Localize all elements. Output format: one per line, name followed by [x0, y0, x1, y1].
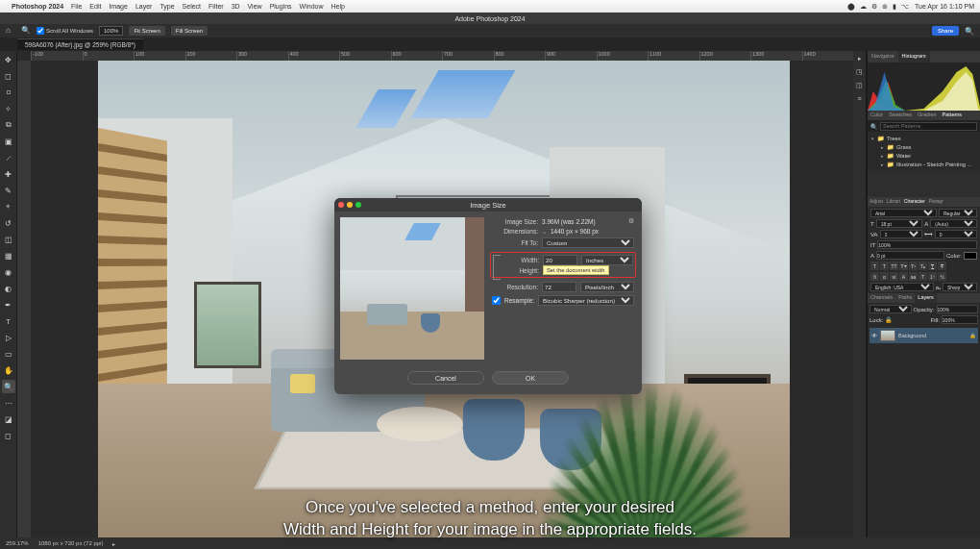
- tab-layers[interactable]: Layers: [915, 293, 937, 303]
- ok-button[interactable]: OK: [492, 371, 569, 385]
- app-name[interactable]: Photoshop 2024: [12, 3, 63, 10]
- tab-swatches[interactable]: Swatches: [886, 111, 915, 120]
- fill-input[interactable]: [942, 315, 978, 324]
- kerning-select[interactable]: 0: [880, 230, 922, 238]
- fit-screen-button[interactable]: Fit Screen: [129, 26, 164, 36]
- zoom-tool-icon[interactable]: 🔍: [2, 380, 15, 393]
- tab-navigator[interactable]: Navigator: [868, 51, 898, 62]
- resample-checkbox[interactable]: [492, 296, 501, 305]
- visibility-icon[interactable]: 👁: [871, 333, 877, 338]
- blend-mode-select[interactable]: Normal: [870, 305, 912, 313]
- tab-paragraph[interactable]: Paragr: [927, 197, 945, 207]
- quickmask-icon[interactable]: ◻: [2, 429, 15, 442]
- allcaps-button[interactable]: TT: [890, 262, 898, 270]
- panel-icon[interactable]: ◫: [856, 82, 863, 89]
- vscale-input[interactable]: [877, 240, 977, 249]
- type-tool-icon[interactable]: T: [2, 314, 15, 328]
- chevron-right-icon[interactable]: ▸: [112, 540, 115, 547]
- fg-bg-swatch-icon[interactable]: ◪: [2, 412, 15, 426]
- baseline-input[interactable]: [876, 251, 944, 260]
- smallcaps-button[interactable]: Tᴛ: [899, 262, 908, 270]
- italic-button[interactable]: T: [880, 262, 889, 270]
- share-button[interactable]: Share: [932, 26, 959, 36]
- menu-image[interactable]: Image: [109, 3, 127, 10]
- menu-3d[interactable]: 3D: [232, 3, 240, 10]
- stamp-tool-icon[interactable]: ⌖: [2, 200, 15, 213]
- crop-tool-icon[interactable]: ⧉: [2, 118, 15, 132]
- tab-adjustments[interactable]: Adjust: [868, 197, 885, 207]
- close-icon[interactable]: [338, 202, 344, 208]
- menu-edit[interactable]: Edit: [89, 3, 101, 10]
- dodge-tool-icon[interactable]: ◐: [2, 282, 15, 295]
- status-doc-info[interactable]: 1080 px x 720 px (72 ppi): [38, 540, 104, 546]
- font-size-select[interactable]: 18 pt: [876, 219, 923, 228]
- opacity-input[interactable]: [937, 305, 979, 313]
- status-icon[interactable]: ⬤: [847, 3, 855, 11]
- tab-channels[interactable]: Channels: [868, 293, 895, 303]
- lock-icon[interactable]: 🔒: [969, 333, 976, 338]
- superscript-button[interactable]: T¹: [909, 262, 918, 270]
- fill-screen-button[interactable]: Fill Screen: [171, 26, 208, 36]
- panel-icon[interactable]: ≡: [857, 95, 861, 102]
- tree-item[interactable]: ▸📁Illustration - Sketch Painting ...: [868, 160, 980, 168]
- menu-plugins[interactable]: Plugins: [270, 3, 292, 10]
- home-icon[interactable]: ⌂: [6, 26, 15, 36]
- link-icon[interactable]: [493, 255, 501, 280]
- tree-item[interactable]: ▸📁Grass: [868, 142, 980, 151]
- eraser-tool-icon[interactable]: ◫: [2, 233, 15, 246]
- path-tool-icon[interactable]: ▷: [2, 331, 15, 344]
- menu-select[interactable]: Select: [183, 3, 201, 10]
- chevron-down-icon[interactable]: ⌄: [542, 228, 547, 235]
- document-tab[interactable]: 598A6076 (After).jpg @ 259% (RGB/8*): [17, 38, 143, 50]
- eyedropper-tool-icon[interactable]: ⟋: [2, 151, 15, 164]
- status-icon[interactable]: ☁: [860, 3, 867, 11]
- dialog-titlebar[interactable]: Image Size: [334, 198, 642, 212]
- status-icon[interactable]: ⚙: [871, 3, 877, 11]
- width-input[interactable]: [543, 255, 577, 265]
- scroll-all-checkbox[interactable]: Scroll All Windows: [37, 27, 93, 35]
- font-family-select[interactable]: Arial: [870, 209, 937, 217]
- zoom-level-field[interactable]: 100%: [99, 26, 123, 36]
- canvas-area[interactable]: -100010020030040050060070080090010001100…: [17, 51, 853, 537]
- frame-tool-icon[interactable]: ▣: [2, 135, 15, 148]
- battery-icon[interactable]: ▮: [893, 3, 896, 11]
- bold-button[interactable]: T: [870, 262, 879, 270]
- menu-file[interactable]: File: [71, 3, 82, 10]
- status-zoom[interactable]: 259.17%: [6, 540, 29, 546]
- move-tool-icon[interactable]: ✥: [2, 53, 15, 66]
- pen-tool-icon[interactable]: ✒: [2, 298, 15, 312]
- lock-icon[interactable]: 🔒: [885, 316, 892, 323]
- layer-row[interactable]: 👁 Background 🔒: [870, 328, 978, 343]
- menu-filter[interactable]: Filter: [208, 3, 224, 10]
- width-unit-select[interactable]: Inches: [581, 255, 633, 265]
- shape-tool-icon[interactable]: ▭: [2, 347, 15, 361]
- wand-tool-icon[interactable]: ✧: [2, 102, 15, 115]
- panel-icon[interactable]: ▸: [858, 55, 862, 62]
- menu-type[interactable]: Type: [159, 3, 174, 10]
- tab-character[interactable]: Character: [902, 197, 927, 207]
- search-icon[interactable]: 🔍: [965, 27, 974, 36]
- hand-tool-icon[interactable]: ✋: [2, 363, 15, 377]
- edit-toolbar-icon[interactable]: ⋯: [2, 396, 15, 410]
- brush-tool-icon[interactable]: ✎: [2, 184, 15, 197]
- menu-view[interactable]: View: [248, 3, 262, 10]
- panel-icon[interactable]: ◳: [856, 68, 863, 76]
- wifi-icon[interactable]: ⊚: [882, 3, 888, 11]
- tab-paths[interactable]: Paths: [895, 293, 915, 303]
- blur-tool-icon[interactable]: ◉: [2, 265, 15, 279]
- resolution-unit-select[interactable]: Pixels/Inch: [580, 282, 634, 292]
- menu-layer[interactable]: Layer: [135, 3, 153, 10]
- maximize-icon[interactable]: [355, 202, 361, 208]
- heal-tool-icon[interactable]: ✚: [2, 167, 15, 181]
- antialias-select[interactable]: Sharp: [943, 283, 977, 291]
- subscript-button[interactable]: T₁: [919, 262, 927, 270]
- language-select[interactable]: English: USA: [870, 283, 934, 291]
- history-brush-icon[interactable]: ↺: [2, 216, 15, 230]
- underline-button[interactable]: T̲: [928, 262, 937, 270]
- tab-libraries[interactable]: Librari: [885, 197, 902, 207]
- tab-gradients[interactable]: Gradien: [915, 111, 940, 120]
- font-style-select[interactable]: Regular: [939, 209, 977, 217]
- resolution-input[interactable]: [542, 282, 576, 292]
- layer-thumbnail[interactable]: [880, 330, 895, 341]
- lasso-tool-icon[interactable]: ⌑: [2, 86, 15, 99]
